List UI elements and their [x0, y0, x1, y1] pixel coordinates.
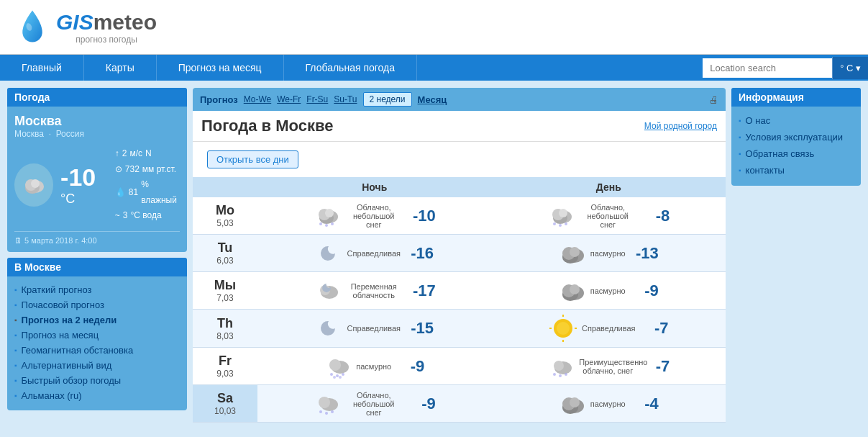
water-unit: °С вода — [131, 208, 162, 224]
main-content: Погода Москва Москва · Россия -10 — [0, 81, 868, 430]
night-desc: Облачно, небольшой снег — [345, 391, 403, 417]
svg-point-37 — [330, 373, 333, 376]
svg-point-36 — [329, 359, 341, 371]
bullet-icon: ▪ — [739, 150, 741, 158]
day-date: 6,03 — [216, 256, 233, 266]
left-sidebar: Погода Москва Москва · Россия -10 — [7, 88, 187, 423]
day-abbr: Th — [217, 316, 233, 331]
day-date: 9,03 — [216, 369, 233, 379]
svg-point-9 — [319, 222, 322, 225]
tab-fr-su[interactable]: Fr-Su — [306, 94, 328, 104]
day-abbr: Sa — [217, 391, 233, 406]
bullet-icon: ▪ — [739, 117, 741, 125]
svg-point-4 — [31, 179, 40, 188]
day-cell: Mo 5,03 — [193, 197, 257, 234]
night-temp: -16 — [405, 244, 434, 263]
forecast-table-header: Ночь День — [193, 177, 726, 197]
day-temp: -8 — [641, 207, 670, 225]
unit-selector[interactable]: ° C ▾ — [832, 57, 868, 79]
day-date: 8,03 — [216, 331, 233, 341]
nav-global[interactable]: Глобальная погода — [284, 55, 417, 81]
info-link-about[interactable]: ▪ О нас — [739, 112, 854, 129]
svg-point-55 — [570, 397, 580, 407]
sidebar-item-quick[interactable]: ▪ Быстрый обзор погоды — [14, 373, 180, 388]
forecast-label: Прогноз — [200, 94, 238, 105]
day-desc: пасмурно — [590, 249, 626, 258]
night-temp: -10 — [407, 207, 436, 225]
svg-point-46 — [565, 373, 567, 376]
bullet-icon: ▪ — [14, 316, 17, 324]
night-cell: пасмурно -9 — [257, 348, 492, 384]
tab-month[interactable]: Месяц — [418, 94, 447, 105]
night-desc: пасмурно — [356, 362, 391, 371]
forecast-city-row: Погода в Москве Мой родной город — [193, 111, 726, 142]
humidity-icon: 💧 — [115, 185, 126, 201]
info-link-contacts[interactable]: ▪ контакты — [739, 162, 854, 179]
night-desc: Справедливая — [347, 249, 401, 258]
logo-icon — [14, 7, 50, 47]
sidebar-item-brief[interactable]: ▪ Краткий прогноз — [14, 282, 180, 297]
day-date: 10,03 — [214, 406, 236, 416]
day-cell: Th 8,03 — [193, 310, 257, 347]
svg-point-50 — [325, 412, 328, 415]
print-icon[interactable]: 🖨 — [709, 94, 718, 105]
info-link-feedback[interactable]: ▪ Обратная связь — [739, 145, 854, 162]
night-cell: Справедливая -15 — [257, 310, 492, 346]
sidebar-item-month[interactable]: ▪ Прогноз на месяц — [14, 328, 180, 343]
day-cell: Мы 7,03 — [193, 272, 257, 309]
svg-point-15 — [559, 209, 567, 217]
col-day-header: День — [492, 177, 726, 197]
night-weather-icon — [315, 240, 342, 267]
day-abbr: Мы — [214, 278, 236, 293]
nav-maps[interactable]: Карты — [84, 55, 157, 81]
col-night-header: Ночь — [257, 177, 492, 197]
sidebar-item-alt[interactable]: ▪ Альтернативный вид — [14, 358, 180, 373]
weather-details: ↑ 2 м/с N ⊙ 732 мм рт.ст. 💧 81 % влажный — [115, 146, 180, 224]
svg-point-51 — [331, 410, 334, 413]
location-search-input[interactable] — [703, 58, 832, 78]
day-desc: пасмурно — [590, 287, 626, 295]
forecast-panel: Прогноз Mo-We We-Fr Fr-Su Su-Tu 2 недели… — [193, 88, 726, 423]
city-panel: В Москве ▪ Краткий прогноз ▪ Почасовой п… — [7, 258, 187, 410]
day-temp: -4 — [630, 395, 659, 413]
svg-point-41 — [339, 376, 342, 379]
table-row: Tu 6,03 Справедливая -16 — [193, 235, 726, 272]
day-cell: Fr 9,03 — [193, 348, 257, 384]
day-desc: Преимущественно облачно, снег — [579, 358, 636, 375]
day-date: 7,03 — [216, 293, 233, 303]
svg-point-40 — [333, 376, 336, 379]
day-weather-icon — [559, 390, 586, 418]
tab-2weeks[interactable]: 2 недели — [363, 92, 412, 107]
svg-point-28 — [570, 284, 580, 294]
sidebar-item-hourly[interactable]: ▪ Почасовой прогноз — [14, 297, 180, 312]
info-link-terms[interactable]: ▪ Условия эксплуатации — [739, 129, 854, 145]
city-link-russia[interactable]: Россия — [56, 129, 84, 139]
sidebar-item-2weeks[interactable]: ▪ Прогноз на 2 недели — [14, 312, 180, 328]
svg-point-49 — [319, 410, 322, 413]
my-city-link[interactable]: Мой родной город — [644, 121, 717, 131]
svg-point-30 — [557, 322, 570, 335]
sidebar-item-almanac[interactable]: ▪ Альманах (ru) — [14, 388, 180, 403]
svg-point-11 — [331, 222, 334, 225]
night-weather-icon — [314, 277, 341, 305]
info-title: Информация — [731, 88, 861, 107]
wind-speed: 2 — [122, 146, 127, 162]
nav-bar: Главный Карты Прогноз на месяц Глобальна… — [0, 55, 868, 81]
day-desc: пасмурно — [590, 400, 626, 408]
bullet-icon: ▪ — [739, 166, 741, 174]
nav-month[interactable]: Прогноз на месяц — [157, 55, 284, 81]
nav-home[interactable]: Главный — [0, 55, 84, 81]
logo-area: GIS meteo прогноз погоды — [14, 7, 157, 47]
night-temp: -15 — [405, 319, 434, 338]
bullet-icon: ▪ — [14, 301, 17, 309]
day-weather-icon — [559, 277, 586, 305]
open-all-button[interactable]: Открыть все дни — [207, 150, 298, 168]
tab-we-fr[interactable]: We-Fr — [277, 94, 301, 104]
tab-su-tu[interactable]: Su-Tu — [334, 94, 357, 104]
sidebar-item-geomag[interactable]: ▪ Геомагнитная обстановка — [14, 343, 180, 358]
city-link-moscow[interactable]: Москва — [14, 129, 44, 139]
table-row: Mo 5,03 Облачно, небольшой снег -10 — [193, 197, 726, 235]
day-cell-weather: Преимущественно облачно, снег -7 — [492, 348, 726, 384]
header: GIS meteo прогноз погоды — [0, 0, 868, 55]
tab-mo-we[interactable]: Mo-We — [244, 94, 271, 104]
